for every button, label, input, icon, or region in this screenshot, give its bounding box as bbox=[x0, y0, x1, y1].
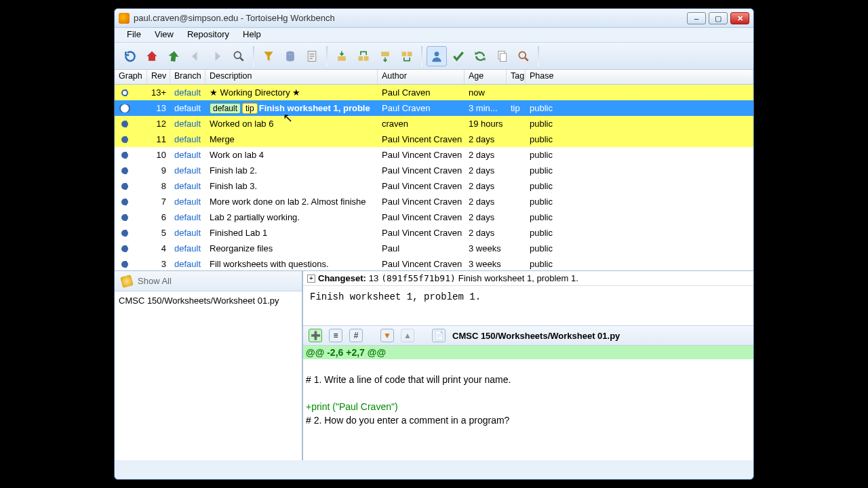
col-rev[interactable]: Rev bbox=[147, 70, 170, 84]
expand-icon[interactable]: + bbox=[307, 274, 315, 283]
titlebar: paul.craven@simpson.edu - TortoiseHg Wor… bbox=[115, 9, 753, 28]
revision-list[interactable]: ↖ 13+ default ★ Working Directory ★ Paul… bbox=[115, 85, 753, 270]
revision-row[interactable]: 10 default Work on lab 4 Paul Vincent Cr… bbox=[115, 147, 753, 163]
menu-repository[interactable]: Repository bbox=[180, 28, 236, 42]
diff-hash-icon[interactable]: # bbox=[349, 329, 363, 342]
db-icon[interactable] bbox=[280, 46, 300, 66]
revision-row[interactable]: 13+ default ★ Working Directory ★ Paul C… bbox=[115, 85, 753, 100]
sync-icon[interactable] bbox=[470, 46, 490, 66]
diff-list-icon[interactable]: ≡ bbox=[329, 329, 342, 342]
col-description[interactable]: Description bbox=[205, 70, 378, 84]
prev-diff-icon[interactable]: ▲ bbox=[401, 329, 414, 342]
diff-line: # 1. Write a line of code that will prin… bbox=[303, 373, 753, 386]
file-list[interactable]: CMSC 150/Worksheets/Worksheet 01.py bbox=[115, 291, 302, 460]
file-item[interactable]: CMSC 150/Worksheets/Worksheet 01.py bbox=[119, 296, 298, 306]
key-icon bbox=[120, 274, 134, 288]
back-icon[interactable] bbox=[185, 46, 205, 66]
toolbar bbox=[115, 43, 753, 70]
forward-icon[interactable] bbox=[207, 46, 227, 66]
menubar: File View Repository Help bbox=[115, 28, 753, 43]
svg-point-9 bbox=[435, 52, 439, 56]
push-icon[interactable] bbox=[397, 46, 417, 66]
diff-view[interactable]: @@ -2,6 +2,7 @@ # 1. Write a line of cod… bbox=[303, 346, 753, 460]
col-graph[interactable]: Graph bbox=[115, 70, 147, 84]
diff-file-icon[interactable]: 📄 bbox=[432, 329, 446, 342]
col-branch[interactable]: Branch bbox=[170, 70, 205, 84]
diff-filename: CMSC 150/Worksheets/Worksheet 01.py bbox=[452, 331, 620, 341]
app-icon bbox=[119, 13, 130, 24]
separator bbox=[253, 46, 254, 66]
svg-rect-3 bbox=[338, 56, 346, 61]
detail-panel: + Changeset: 13 (891f55f71b91) Finish wo… bbox=[303, 271, 753, 460]
revision-row[interactable]: 5 default Finished Lab 1 Paul Vincent Cr… bbox=[115, 225, 753, 241]
window-title: paul.craven@simpson.edu - TortoiseHg Wor… bbox=[134, 13, 687, 23]
revision-row[interactable]: 4 default Reorganize files Paul 3 weeks … bbox=[115, 241, 753, 256]
separator bbox=[421, 46, 422, 66]
revision-row[interactable]: 7 default More work done on lab 2. Almos… bbox=[115, 194, 753, 209]
file-panel: Show All CMSC 150/Worksheets/Worksheet 0… bbox=[115, 271, 303, 460]
outgoing-icon[interactable] bbox=[375, 46, 395, 66]
minimize-button[interactable]: – bbox=[687, 12, 706, 24]
copy-icon[interactable] bbox=[492, 46, 512, 66]
search-icon[interactable] bbox=[229, 46, 249, 66]
close-button[interactable]: ✕ bbox=[730, 12, 749, 24]
changeset-header: + Changeset: 13 (891f55f71b91) Finish wo… bbox=[303, 271, 753, 286]
col-author[interactable]: Author bbox=[378, 70, 465, 84]
refresh-icon[interactable] bbox=[120, 46, 140, 66]
menu-help[interactable]: Help bbox=[236, 28, 268, 42]
app-window: paul.craven@simpson.edu - TortoiseHg Wor… bbox=[114, 8, 754, 480]
svg-rect-5 bbox=[364, 56, 369, 61]
next-diff-icon[interactable]: ▼ bbox=[380, 329, 394, 342]
goto-rev-icon[interactable] bbox=[163, 46, 184, 66]
diff-mode-button[interactable]: ➕ bbox=[309, 329, 322, 342]
filter-icon[interactable] bbox=[258, 46, 279, 66]
svg-point-1 bbox=[286, 51, 294, 54]
separator bbox=[538, 46, 539, 66]
svg-point-0 bbox=[234, 52, 241, 58]
incoming-icon[interactable] bbox=[332, 46, 352, 66]
svg-rect-6 bbox=[381, 52, 389, 56]
maximize-button[interactable]: ▢ bbox=[709, 12, 728, 24]
diff-line: # 2. How do you enter a comment in a pro… bbox=[303, 413, 753, 427]
revision-row[interactable]: 6 default Lab 2 partially working. Paul … bbox=[115, 209, 753, 225]
column-headers: Graph Rev Branch Description Author Age … bbox=[115, 70, 753, 85]
svg-rect-11 bbox=[500, 53, 507, 61]
diff-line: @@ -2,6 +2,7 @@ bbox=[303, 346, 753, 359]
svg-rect-7 bbox=[402, 52, 407, 56]
diff-toolbar: ➕ ≡ # ▼ ▲ 📄 CMSC 150/Worksheets/Workshee… bbox=[303, 325, 753, 346]
revision-row[interactable]: 13 default defaulttipFinish worksheet 1,… bbox=[115, 100, 753, 116]
explore-icon[interactable] bbox=[513, 46, 534, 66]
log-icon[interactable] bbox=[302, 46, 322, 66]
col-age[interactable]: Age bbox=[465, 70, 507, 84]
revision-row[interactable]: 12 default Worked on lab 6 craven 19 hou… bbox=[115, 116, 753, 131]
col-phase[interactable]: Phase bbox=[526, 70, 753, 84]
svg-rect-4 bbox=[359, 56, 363, 61]
separator bbox=[326, 46, 328, 66]
revision-row[interactable]: 9 default Finish lab 2. Paul Vincent Cra… bbox=[115, 163, 753, 178]
commit-icon[interactable] bbox=[427, 46, 447, 66]
revision-row[interactable]: 11 default Merge Paul Vincent Craven 2 d… bbox=[115, 131, 753, 147]
revision-row[interactable]: 3 default Fill worksheets with questions… bbox=[115, 256, 753, 270]
diff-line bbox=[303, 386, 753, 400]
col-tags[interactable]: Tag bbox=[507, 70, 526, 84]
check-icon[interactable] bbox=[448, 46, 469, 66]
svg-point-12 bbox=[519, 52, 526, 58]
menu-view[interactable]: View bbox=[148, 28, 180, 42]
commit-message: Finish worksheet 1, problem 1. bbox=[303, 286, 753, 325]
revision-row[interactable]: 8 default Finish lab 3. Paul Vincent Cra… bbox=[115, 178, 753, 194]
show-all-button[interactable]: Show All bbox=[115, 271, 302, 291]
home-icon[interactable] bbox=[142, 46, 162, 66]
menu-file[interactable]: File bbox=[120, 28, 148, 42]
pull-icon[interactable] bbox=[353, 46, 374, 66]
diff-line: +print ("Paul Craven") bbox=[303, 400, 753, 413]
svg-rect-8 bbox=[408, 52, 412, 56]
diff-line bbox=[303, 359, 753, 373]
